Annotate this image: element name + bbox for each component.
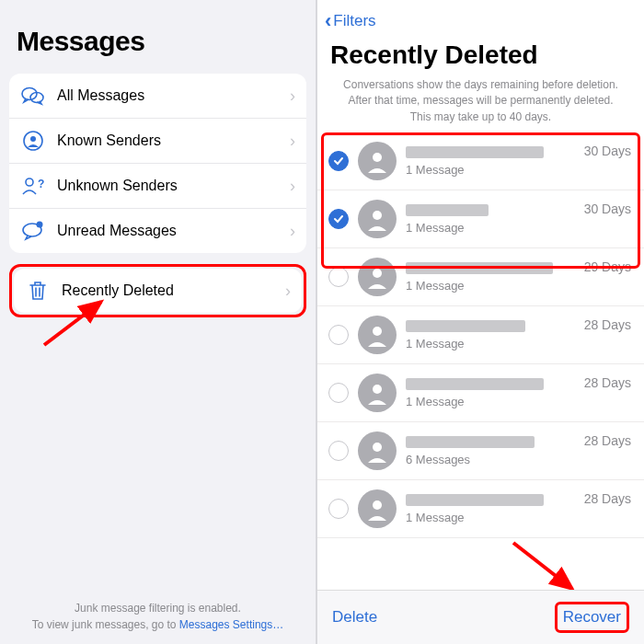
- avatar-icon: [358, 200, 397, 238]
- filter-label: Unknown Senders: [57, 178, 279, 194]
- days-remaining: 28 Days: [584, 374, 631, 390]
- recently-deleted-pane: ‹ Filters Recently Deleted Conversations…: [317, 0, 644, 644]
- redacted-name: [406, 262, 553, 274]
- avatar-icon: [358, 431, 397, 470]
- bottom-toolbar: Delete Recover: [317, 590, 644, 644]
- svg-point-9: [373, 153, 382, 162]
- chevron-right-icon: ›: [290, 222, 295, 241]
- days-remaining: 29 Days: [584, 258, 631, 274]
- conversation-body: 1 Message: [406, 378, 575, 408]
- message-count: 1 Message: [406, 163, 575, 177]
- svg-point-7: [37, 222, 43, 228]
- avatar-icon: [358, 489, 397, 528]
- messages-filters-pane: Messages All Messages › Known Senders › …: [0, 0, 317, 644]
- message-count: 1 Message: [406, 511, 575, 524]
- selection-checkbox[interactable]: [328, 383, 349, 403]
- svg-point-14: [373, 443, 382, 452]
- junk-filtering-notice: Junk message filtering is enabled. To vi…: [0, 600, 316, 633]
- days-remaining: 28 Days: [584, 316, 631, 332]
- filter-recently-deleted[interactable]: Recently Deleted ›: [14, 269, 302, 313]
- chat-bubbles-icon: [20, 83, 46, 109]
- messages-settings-link[interactable]: Messages Settings…: [179, 618, 283, 631]
- filters-list: All Messages › Known Senders › ? Unknown…: [9, 74, 306, 253]
- message-count: 1 Message: [406, 395, 575, 408]
- redacted-name: [406, 146, 544, 158]
- conversation-row[interactable]: 6 Messages28 Days: [317, 422, 644, 480]
- selection-checkbox[interactable]: [328, 209, 349, 229]
- selection-checkbox[interactable]: [328, 325, 349, 345]
- nav-bar: ‹ Filters: [317, 0, 644, 39]
- filter-all-messages[interactable]: All Messages ›: [9, 74, 306, 118]
- page-title: Messages: [9, 0, 306, 70]
- svg-line-16: [513, 543, 572, 589]
- svg-point-10: [373, 211, 382, 220]
- svg-point-13: [373, 385, 382, 394]
- message-count: 1 Message: [406, 279, 575, 293]
- conversation-row[interactable]: 1 Message28 Days: [317, 364, 644, 422]
- conversation-row[interactable]: 1 Message29 Days: [317, 248, 644, 306]
- conversation-body: 1 Message: [406, 262, 575, 293]
- avatar-icon: [358, 374, 397, 412]
- chevron-right-icon: ›: [285, 282, 291, 301]
- page-title: Recently Deleted: [317, 39, 644, 77]
- delete-button[interactable]: Delete: [332, 608, 377, 627]
- message-count: 1 Message: [406, 221, 575, 235]
- avatar-icon: [358, 142, 397, 180]
- filter-unknown-senders[interactable]: ? Unknown Senders ›: [9, 163, 306, 208]
- days-remaining: 28 Days: [584, 489, 631, 506]
- svg-point-0: [22, 88, 37, 100]
- message-count: 1 Message: [406, 337, 575, 351]
- conversation-body: 1 Message: [406, 204, 575, 235]
- filter-label: Recently Deleted: [62, 282, 274, 299]
- conversation-list: 1 Message30 Days1 Message30 Days1 Messag…: [317, 132, 644, 538]
- chevron-right-icon: ›: [290, 86, 295, 106]
- conversation-body: 1 Message: [406, 494, 575, 524]
- conversation-body: 1 Message: [406, 320, 575, 351]
- selection-checkbox[interactable]: [328, 151, 349, 171]
- redacted-name: [406, 378, 544, 390]
- filter-label: Unread Messages: [57, 223, 279, 239]
- person-circle-icon: [20, 128, 46, 154]
- redacted-name: [406, 436, 535, 448]
- deletion-notice: Conversations show the days remaining be…: [317, 77, 644, 132]
- unread-bubble-icon: [20, 218, 46, 244]
- redacted-name: [406, 494, 544, 506]
- svg-point-4: [26, 178, 33, 186]
- svg-point-11: [373, 269, 382, 278]
- chevron-right-icon: ›: [290, 132, 295, 151]
- conversation-body: 1 Message: [406, 146, 575, 177]
- svg-point-12: [373, 327, 382, 336]
- days-remaining: 28 Days: [584, 431, 631, 448]
- filter-unread-messages[interactable]: Unread Messages ›: [9, 208, 306, 253]
- selection-checkbox[interactable]: [328, 267, 349, 287]
- selection-checkbox[interactable]: [328, 499, 349, 519]
- back-to-filters[interactable]: ‹ Filters: [325, 9, 376, 33]
- conversation-row[interactable]: 1 Message30 Days: [317, 190, 644, 248]
- chevron-left-icon: ‹: [325, 9, 331, 33]
- avatar-icon: [358, 316, 397, 354]
- svg-text:?: ?: [38, 178, 44, 190]
- days-remaining: 30 Days: [584, 200, 631, 216]
- filter-label: All Messages: [57, 87, 279, 104]
- person-question-icon: ?: [20, 173, 46, 199]
- redacted-name: [406, 320, 525, 332]
- svg-point-3: [30, 136, 36, 142]
- filter-label: Known Senders: [57, 132, 279, 149]
- filter-known-senders[interactable]: Known Senders ›: [9, 118, 306, 163]
- selection-checkbox[interactable]: [328, 441, 349, 461]
- conversation-row[interactable]: 1 Message28 Days: [317, 480, 644, 538]
- highlight-recently-deleted: Recently Deleted ›: [9, 264, 306, 317]
- recover-button[interactable]: Recover: [563, 608, 621, 627]
- highlight-recover: Recover: [555, 602, 629, 633]
- days-remaining: 30 Days: [584, 142, 631, 158]
- conversation-row[interactable]: 1 Message28 Days: [317, 306, 644, 364]
- redacted-name: [406, 204, 489, 216]
- avatar-icon: [358, 258, 397, 296]
- chevron-right-icon: ›: [290, 177, 295, 196]
- message-count: 6 Messages: [406, 453, 575, 466]
- svg-point-15: [373, 500, 382, 510]
- trash-icon: [25, 278, 51, 304]
- conversation-body: 6 Messages: [406, 436, 575, 466]
- conversation-row[interactable]: 1 Message30 Days: [317, 132, 644, 190]
